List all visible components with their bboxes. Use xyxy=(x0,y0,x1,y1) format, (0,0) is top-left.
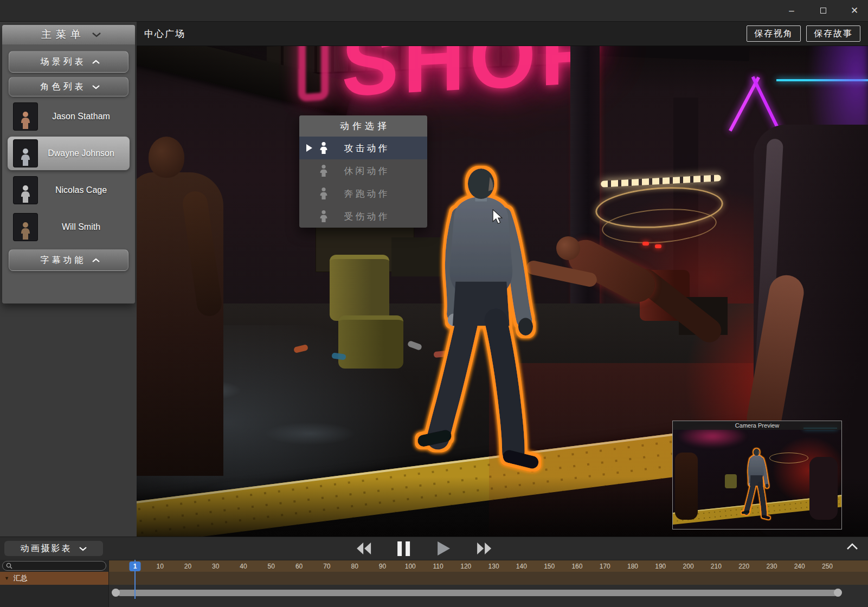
search-box[interactable] xyxy=(2,561,106,571)
pause-button[interactable] xyxy=(391,539,417,558)
frame-tick-label: 140 xyxy=(516,560,527,572)
selected-character[interactable] xyxy=(407,158,558,483)
action-item-0[interactable]: 攻击动作 xyxy=(299,137,427,159)
scrollbar-right-handle[interactable] xyxy=(834,589,842,597)
main-menu-header[interactable]: 主菜单 xyxy=(2,25,135,44)
action-item-1[interactable]: 休闲动作 xyxy=(299,159,427,182)
save-story-button[interactable]: 保存故事 xyxy=(806,25,860,42)
frame-tick-label: 120 xyxy=(460,560,471,572)
character-thumbnail xyxy=(13,213,38,241)
dope-sheet-label: 动画摄影表 xyxy=(21,543,72,554)
character-thumbnail xyxy=(13,139,38,167)
close-button[interactable]: ✕ xyxy=(846,3,863,18)
character-figure-icon xyxy=(18,147,33,167)
chevron-down-icon xyxy=(79,546,87,551)
character-figure-icon xyxy=(18,184,33,204)
dope-sheet-dropdown[interactable]: 动画摄影表 xyxy=(4,541,103,556)
action-select-menu: 动作选择 攻击动作 休闲动作 奔跑动作 受伤动作 xyxy=(299,115,427,228)
left-column: 主菜单 场景列表 角色列表 Jason Statham Dwayne Johns… xyxy=(0,22,137,537)
frame-tick-label: 50 xyxy=(268,560,275,572)
summary-row[interactable]: ▼ 汇总 xyxy=(0,572,108,585)
character-list-label: 角色列表 xyxy=(41,81,86,93)
frame-tick-label: 240 xyxy=(794,560,805,572)
person-icon xyxy=(317,210,330,223)
character-list-button[interactable]: 角色列表 xyxy=(9,77,128,96)
character-item-jason-statham[interactable]: Jason Statham xyxy=(8,100,130,133)
sidebar-panel: 主菜单 场景列表 角色列表 Jason Statham Dwayne Johns… xyxy=(2,25,135,304)
current-frame-badge[interactable]: 1 xyxy=(130,561,141,571)
person-icon xyxy=(317,164,330,177)
horizontal-scrollbar[interactable] xyxy=(117,590,838,596)
person-icon xyxy=(317,141,330,154)
rewind-button[interactable] xyxy=(351,539,377,558)
scene-list-button[interactable]: 场景列表 xyxy=(9,51,128,73)
search-input[interactable] xyxy=(15,562,91,570)
frame-tick-label: 60 xyxy=(295,560,303,572)
timeline-divider xyxy=(108,560,109,607)
action-item-label: 休闲动作 xyxy=(330,165,427,177)
character-name-label: Dwayne Johnson xyxy=(38,148,124,158)
frame-tick-label: 150 xyxy=(544,560,555,572)
viewport-buttons: 保存视角 保存故事 xyxy=(747,25,860,42)
character-name-label: Jason Statham xyxy=(38,112,124,121)
person-icon xyxy=(317,187,330,200)
character-item-will-smith[interactable]: Will Smith xyxy=(8,210,130,244)
pause-icon xyxy=(397,541,410,556)
frame-tick-label: 190 xyxy=(655,560,666,572)
maximize-icon xyxy=(820,8,826,14)
window-controls: – ✕ xyxy=(783,0,863,21)
frame-tick-label: 110 xyxy=(433,560,443,572)
summary-track[interactable] xyxy=(108,572,868,585)
chevron-down-icon xyxy=(92,32,101,37)
camera-preview-title: Camera Preview xyxy=(673,421,841,430)
rewind-icon xyxy=(356,543,372,554)
action-item-3[interactable]: 受伤动作 xyxy=(299,205,427,228)
character-item-dwayne-johnson[interactable]: Dwayne Johnson xyxy=(8,137,130,170)
save-view-button[interactable]: 保存视角 xyxy=(747,25,801,42)
character-name-label: Nicolas Cage xyxy=(38,185,124,195)
action-item-2[interactable]: 奔跑动作 xyxy=(299,182,427,205)
timeline-ruler[interactable]: 1020304050607080901001101201301401501601… xyxy=(108,560,868,572)
scene-list-label: 场景列表 xyxy=(41,56,86,68)
fast-forward-button[interactable] xyxy=(471,539,497,558)
red-light-dot xyxy=(655,244,661,248)
action-item-label: 受伤动作 xyxy=(330,210,427,223)
red-light-dot xyxy=(642,242,649,246)
maximize-button[interactable] xyxy=(815,3,831,18)
character-item-nicolas-cage[interactable]: Nicolas Cage xyxy=(8,173,130,207)
subtitle-function-button[interactable]: 字幕功能 xyxy=(9,249,128,271)
viewport-topbar: 中心广场 保存视角 保存故事 xyxy=(137,22,868,46)
preview-zombie xyxy=(675,453,698,520)
fast-forward-icon xyxy=(476,543,492,554)
preview-figure xyxy=(809,457,838,520)
viewport-3d[interactable]: SHOP xyxy=(137,22,868,537)
barrel xyxy=(338,315,403,369)
frame-tick-label: 180 xyxy=(627,560,638,572)
chevron-up-icon xyxy=(92,258,100,263)
timeline-panel: 动画摄影表 xyxy=(0,537,868,607)
summary-label: 汇总 xyxy=(14,573,28,583)
frame-tick-label: 230 xyxy=(766,560,777,572)
window-titlebar[interactable]: – ✕ xyxy=(0,0,868,22)
collapse-panel-button[interactable] xyxy=(846,543,858,552)
frame-tick-label: 160 xyxy=(571,560,582,572)
zombie-left xyxy=(137,172,223,476)
chevron-down-icon xyxy=(92,85,100,89)
frame-tick-label: 170 xyxy=(600,560,610,572)
frame-tick-label: 200 xyxy=(683,560,694,572)
search-row xyxy=(0,560,108,572)
expand-triangle-icon[interactable]: ▼ xyxy=(4,576,9,581)
character-name-label: Will Smith xyxy=(38,222,124,232)
minimize-button[interactable]: – xyxy=(783,3,800,18)
character-thumbnail xyxy=(13,102,38,131)
main-menu-label: 主菜单 xyxy=(41,28,85,42)
camera-preview[interactable]: Camera Preview xyxy=(672,421,842,529)
scrollbar-left-handle[interactable] xyxy=(112,589,120,597)
play-button[interactable] xyxy=(431,539,457,558)
action-item-label: 奔跑动作 xyxy=(330,188,427,200)
frame-tick-label: 220 xyxy=(738,560,749,572)
play-icon xyxy=(438,541,450,556)
character-list: Jason Statham Dwayne Johnson Nicolas Cag… xyxy=(2,100,135,244)
frame-tick-label: 10 xyxy=(156,560,163,572)
chevron-up-icon xyxy=(92,60,100,64)
